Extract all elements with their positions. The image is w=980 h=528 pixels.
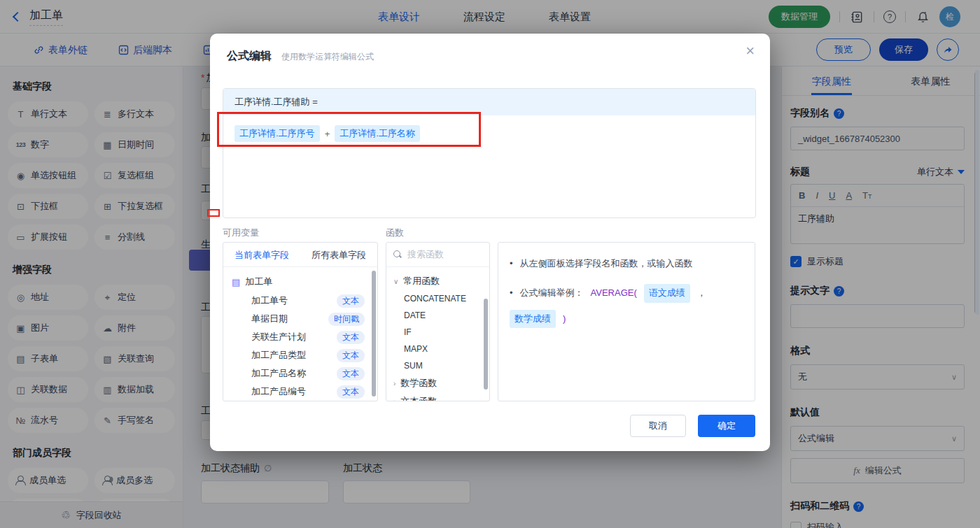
annotation-red-fragment bbox=[207, 209, 220, 217]
variable-row[interactable]: 加工产品编号文本 bbox=[223, 383, 377, 401]
variables-panel: 当前表单字段 所有表单字段 ▤加工单 加工单号文本 单据日期时间戳 关联生产计划… bbox=[223, 242, 378, 401]
bullet-icon: • bbox=[510, 286, 513, 301]
available-variables-label: 可用变量 bbox=[223, 227, 259, 239]
function-group-math[interactable]: ›数学函数 bbox=[386, 374, 489, 392]
cancel-button[interactable]: 取消 bbox=[630, 415, 686, 437]
type-badge: 文本 bbox=[337, 331, 365, 344]
function-group-common[interactable]: ∨常用函数 bbox=[386, 272, 489, 290]
close-icon[interactable]: × bbox=[746, 43, 755, 59]
variable-row[interactable]: 关联生产计划文本 bbox=[223, 328, 377, 346]
tree-root-form[interactable]: ▤加工单 bbox=[223, 272, 377, 292]
tip-text: 从左侧面板选择字段名和函数，或输入函数 bbox=[520, 257, 693, 271]
chevron-closed-icon: › bbox=[393, 380, 396, 387]
chevron-closed-icon: › bbox=[393, 398, 396, 402]
variable-row[interactable]: 加工产品名称文本 bbox=[223, 364, 377, 383]
tip-example-prefix: 公式编辑举例： bbox=[520, 286, 584, 301]
function-item[interactable]: MAPX bbox=[386, 341, 489, 357]
function-search-input[interactable]: 搜索函数 bbox=[386, 243, 489, 267]
tip-example-function: AVERAGE( bbox=[591, 286, 637, 301]
annotation-red-box bbox=[217, 112, 481, 147]
type-badge: 文本 bbox=[337, 385, 365, 399]
chevron-open-icon: ∨ bbox=[393, 278, 398, 285]
formula-editor[interactable]: 工序详情.工序辅助 = 工序详情.工序序号 + 工序详情.工序名称 bbox=[223, 88, 756, 218]
bullet-icon: • bbox=[510, 257, 513, 271]
type-badge: 文本 bbox=[337, 349, 365, 362]
function-item[interactable]: CONCATENATE bbox=[386, 290, 489, 307]
functions-scrollbar[interactable] bbox=[484, 299, 488, 390]
function-item[interactable]: SUM bbox=[386, 357, 489, 374]
type-badge: 文本 bbox=[337, 294, 365, 308]
dialog-subtitle: 使用数学运算符编辑公式 bbox=[281, 51, 374, 63]
tip-example-close: ) bbox=[563, 312, 566, 327]
document-icon: ▤ bbox=[232, 278, 240, 287]
example-field-chip: 数学成绩 bbox=[510, 310, 556, 329]
help-tips-panel: • 从左侧面板选择字段名和函数，或输入函数 • 公式编辑举例： AVERAGE(… bbox=[498, 242, 755, 401]
confirm-button[interactable]: 确定 bbox=[698, 415, 755, 437]
function-item[interactable]: DATE bbox=[386, 307, 489, 324]
formula-edit-dialog: 公式编辑 使用数学运算符编辑公式 × 工序详情.工序辅助 = 工序详情.工序序号… bbox=[210, 34, 770, 451]
tip-example-comma: ， bbox=[697, 286, 706, 301]
functions-label: 函数 bbox=[386, 227, 404, 239]
type-badge: 文本 bbox=[337, 367, 365, 380]
functions-panel: 搜索函数 ∨常用函数 CONCATENATE DATE IF MAPX SUM … bbox=[386, 242, 490, 401]
variables-scrollbar[interactable] bbox=[372, 271, 376, 397]
tab-current-form-fields[interactable]: 当前表单字段 bbox=[223, 243, 300, 266]
type-badge: 时间戳 bbox=[328, 313, 365, 326]
variable-row[interactable]: 加工单号文本 bbox=[223, 292, 377, 310]
variable-row[interactable]: 加工产品类型文本 bbox=[223, 346, 377, 364]
search-icon bbox=[393, 250, 402, 259]
page-scrollbar[interactable] bbox=[975, 70, 979, 315]
example-field-chip: 语文成绩 bbox=[644, 284, 690, 303]
dialog-title: 公式编辑 bbox=[227, 49, 272, 64]
function-group-text[interactable]: ›文本函数 bbox=[386, 392, 489, 401]
variable-row[interactable]: 单据日期时间戳 bbox=[223, 310, 377, 328]
function-item[interactable]: IF bbox=[386, 324, 489, 341]
tab-all-form-fields[interactable]: 所有表单字段 bbox=[300, 243, 377, 266]
search-placeholder: 搜索函数 bbox=[407, 248, 444, 261]
